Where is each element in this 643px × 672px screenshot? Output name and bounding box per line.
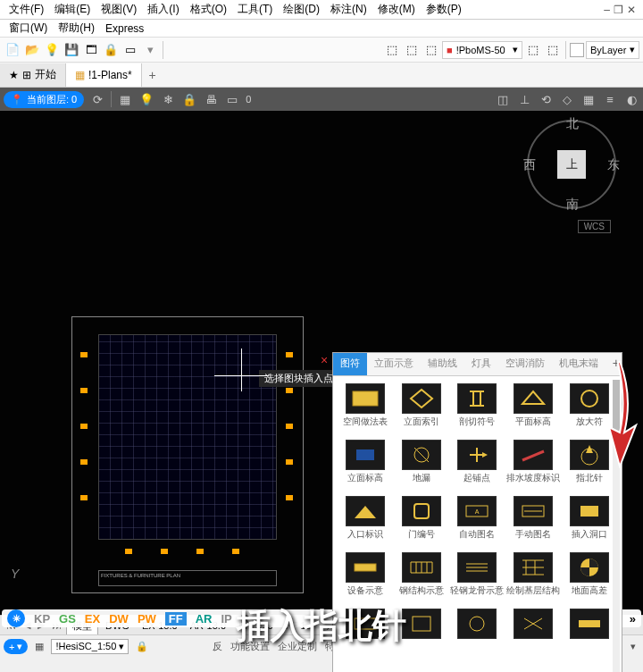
- status-mode-pill[interactable]: + ▾: [4, 639, 28, 654]
- save-icon[interactable]: 💾: [63, 41, 80, 59]
- status-btn[interactable]: 功能设置: [227, 638, 273, 655]
- panel-tab-mep[interactable]: 机电末端: [552, 353, 605, 375]
- kw-ex[interactable]: EX: [85, 612, 100, 626]
- kw-pw[interactable]: PW: [138, 612, 156, 626]
- bulb-icon[interactable]: 💡: [43, 41, 61, 59]
- layerprop-icon[interactable]: ⬚: [422, 41, 440, 59]
- lock-icon[interactable]: 🔒: [181, 91, 197, 107]
- model-viewport[interactable]: 上 北 南 东 西 WCS FIXTURES & FURNITURE PLAN …: [0, 111, 643, 615]
- wcs-badge[interactable]: WCS: [578, 220, 611, 233]
- rect-icon[interactable]: ▭: [224, 91, 240, 107]
- panel-tab-symbols[interactable]: 图符: [333, 353, 367, 375]
- menu-file[interactable]: 文件(F): [4, 2, 49, 17]
- minimize-icon[interactable]: –: [604, 4, 610, 16]
- kw-r[interactable]: R: [241, 612, 249, 626]
- kw-dw[interactable]: DW: [109, 612, 129, 626]
- print-icon[interactable]: 🗔: [82, 41, 100, 59]
- tab-add-button[interactable]: +: [142, 68, 163, 82]
- layer-match-icon[interactable]: ⬚: [524, 41, 542, 59]
- kw-kp[interactable]: KP: [34, 612, 50, 626]
- lock-icon[interactable]: 🔒: [102, 41, 120, 59]
- symbol-item[interactable]: 起铺点: [450, 440, 505, 492]
- symbol-item[interactable]: 地面高差: [562, 552, 616, 605]
- status-btn[interactable]: 企业定制: [274, 638, 321, 655]
- menu-express[interactable]: Express: [100, 22, 149, 35]
- symbol-item[interactable]: [562, 609, 616, 661]
- grid-icon[interactable]: ▦: [117, 91, 133, 107]
- symbol-item[interactable]: 指北针: [562, 440, 616, 492]
- symbol-item[interactable]: 插入洞口: [562, 496, 616, 549]
- symbol-item[interactable]: 立面索引: [395, 383, 449, 436]
- menu-window[interactable]: 窗口(W): [4, 21, 53, 36]
- viewcube-top[interactable]: 上: [557, 150, 586, 179]
- symbol-item[interactable]: 绘制基层结构: [506, 552, 561, 605]
- tab-plans[interactable]: ▦ !1-Plans*: [66, 63, 142, 87]
- symbol-item[interactable]: [338, 609, 393, 661]
- snap-icon[interactable]: ◫: [495, 91, 511, 107]
- viewcube-east[interactable]: 东: [607, 157, 620, 173]
- menu-dim[interactable]: 标注(N): [325, 2, 372, 17]
- menu-view[interactable]: 视图(V): [96, 2, 142, 17]
- new-icon[interactable]: 📄: [4, 41, 21, 59]
- symbol-item[interactable]: 钢结构示意: [395, 552, 449, 605]
- status-cursor-icon[interactable]: ▦: [31, 639, 47, 654]
- viewcube[interactable]: 上 北 南 东 西: [527, 120, 616, 209]
- menu-format[interactable]: 格式(O): [185, 2, 232, 17]
- viewcube-north[interactable]: 北: [566, 116, 579, 132]
- symbol-item[interactable]: [450, 609, 505, 661]
- annotation-scale[interactable]: !HesiSC_1:50 ▾: [51, 639, 129, 654]
- bylayer-select[interactable]: ByLayer▾: [586, 41, 639, 59]
- symbol-item[interactable]: 门编号: [395, 496, 449, 549]
- restore-icon[interactable]: ❐: [614, 4, 623, 16]
- menu-insert[interactable]: 插入(I): [142, 2, 184, 17]
- kw-ar[interactable]: AR: [196, 612, 213, 626]
- panel-tab-lighting[interactable]: 灯具: [464, 353, 498, 375]
- symbol-item[interactable]: 地漏: [395, 440, 449, 492]
- current-layer-badge[interactable]: 📍 当前图层: 0: [4, 91, 84, 108]
- open-icon[interactable]: 📂: [23, 41, 41, 59]
- layer-filter-icon[interactable]: ⬚: [544, 41, 562, 59]
- symbol-item[interactable]: 轻钢龙骨示意: [450, 552, 505, 605]
- freeze-icon[interactable]: ❄: [160, 91, 176, 107]
- symbol-item[interactable]: 空间做法表: [338, 383, 393, 436]
- symbol-item[interactable]: [506, 609, 561, 661]
- symbol-item[interactable]: 排水坡度标识: [506, 440, 561, 492]
- viewcube-west[interactable]: 西: [523, 157, 536, 173]
- symbol-item[interactable]: 手动图名: [506, 496, 561, 549]
- ortho-icon[interactable]: ⊥: [516, 91, 532, 107]
- transparency-icon[interactable]: ◐: [623, 91, 639, 107]
- symbol-item[interactable]: 立面标高: [338, 440, 393, 492]
- panel-tab-hvac[interactable]: 空调消防: [498, 353, 552, 375]
- panel-tab-add[interactable]: +: [613, 356, 620, 370]
- menu-help[interactable]: 帮助(H): [53, 21, 100, 36]
- bulb-icon[interactable]: 💡: [138, 91, 154, 107]
- kw-ff[interactable]: FF: [165, 612, 187, 626]
- otrack-icon[interactable]: ▦: [580, 91, 597, 107]
- layeriso-icon[interactable]: ⬚: [403, 41, 421, 59]
- layer-combo[interactable]: ■ !PboMS-50 ▾: [442, 41, 522, 59]
- color-swatch[interactable]: [570, 43, 584, 57]
- more-icon[interactable]: »: [630, 612, 636, 626]
- polar-icon[interactable]: ⟲: [538, 91, 554, 107]
- symbol-item[interactable]: 平面标高: [506, 383, 561, 436]
- menu-draw[interactable]: 绘图(D): [278, 2, 325, 17]
- menu-modify[interactable]: 修改(M): [372, 2, 421, 17]
- viewcube-south[interactable]: 南: [566, 197, 579, 213]
- symbol-item[interactable]: 放大符: [562, 383, 616, 436]
- symbol-item[interactable]: 剖切符号: [450, 383, 505, 436]
- kw-ip[interactable]: IP: [221, 612, 232, 626]
- symbol-item[interactable]: A自动图名: [450, 496, 505, 549]
- chevron-down-icon[interactable]: ▾: [627, 639, 639, 654]
- menu-edit[interactable]: 编辑(E): [49, 2, 96, 17]
- layers-icon[interactable]: ⬚: [383, 41, 401, 59]
- chevron-down-icon[interactable]: ▾: [141, 41, 159, 59]
- symbol-item[interactable]: 入口标识: [338, 496, 393, 549]
- refresh-icon[interactable]: ⟳: [89, 91, 105, 107]
- panel-scrollbar[interactable]: [613, 380, 620, 672]
- lock-icon[interactable]: 🔒: [132, 639, 152, 654]
- menu-param[interactable]: 参数(P): [421, 2, 467, 17]
- tab-start[interactable]: ★ ⊞ 开始: [0, 63, 66, 87]
- status-btn[interactable]: 反: [209, 638, 226, 655]
- lineweight-icon[interactable]: ≡: [602, 91, 618, 107]
- menu-tools[interactable]: 工具(T): [232, 2, 278, 17]
